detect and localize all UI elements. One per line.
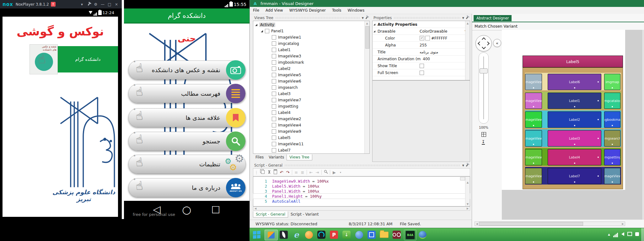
code-line[interactable]: 4 Panel1.Height = 100%y [253,194,470,199]
menu-item[interactable]: Add View [262,7,286,14]
run-icon[interactable]: ▶ [331,170,337,175]
menu-button-about[interactable]: ✶ ☝ درباره ی ما ABOUT US [128,178,246,197]
pin-icon[interactable] [85,2,92,7]
tree-item[interactable]: Label2 [253,66,369,72]
arrow-left-icon[interactable] [478,41,482,46]
chevron-down-icon[interactable]: ▼ [362,17,364,19]
label-bar[interactable]: Label2 [548,111,601,128]
checkbox[interactable] [272,48,276,52]
canvas-hscrollbar[interactable]: ◀ ▶ [475,222,625,226]
image-box[interactable]: imgbookmark [604,111,620,128]
pin-icon[interactable] [366,16,367,20]
chevron-down-icon[interactable]: ▾ [78,2,85,7]
tree-item[interactable]: Label1 [253,47,369,53]
image-box[interactable]: imgsetting [604,149,620,165]
redo-icon[interactable]: ↷ [285,170,291,175]
volume-icon[interactable] [621,231,624,237]
menu-item[interactable]: WYSIWYG Designer [286,7,329,14]
imageview-box[interactable]: ImageView [525,93,542,109]
tree-item[interactable]: ImageView2 [253,116,369,122]
pin-icon[interactable] [467,163,468,168]
more-icon[interactable]: ▾ [337,171,344,174]
taskbar-p-app-icon[interactable]: P [329,230,339,240]
action-center-icon[interactable] [627,231,632,237]
tree-item[interactable]: imgsearch [253,84,369,91]
checkbox[interactable] [272,123,276,127]
abstract-designer-row[interactable]: ImageView Label4 imgsetting [525,148,621,166]
update-badge[interactable]: ! [51,2,56,7]
arrow-down-icon[interactable] [482,45,486,49]
checkbox[interactable] [272,35,276,40]
checkbox[interactable] [272,73,276,77]
views-tree-scrollbar[interactable]: ▲ [364,21,369,153]
property-row-alpha[interactable]: Alpha 255 [373,42,470,49]
maximize-button[interactable]: □ [106,2,113,7]
image-box[interactable]: ImageView [604,168,620,184]
indent-icon[interactable]: ⇥ [314,170,320,175]
tree-item[interactable]: ImageView5 [253,72,369,78]
collapse-button[interactable]: « [493,39,501,47]
tab[interactable]: Files [253,154,266,160]
abstract-designer-row[interactable]: ImageView Label6 imgmap [525,73,621,90]
checkbox[interactable] [272,67,276,71]
image-box[interactable]: imgcatalog [604,93,620,109]
imageview-box[interactable]: ImageView [525,74,542,90]
code-line[interactable]: 5 AutoScaleAll [253,199,470,204]
checkbox[interactable] [272,85,276,90]
tab[interactable]: Views Tree [287,154,312,160]
property-row-showtitle[interactable]: Show Title [373,62,470,69]
tab[interactable]: Script - Variant [288,212,321,217]
menu-button-favorites[interactable]: ✶ ☝ علاقه مندی ها [128,108,246,127]
property-value[interactable]: 400 [423,57,430,61]
checkbox[interactable] [272,136,276,140]
taskbar-oo-app-icon[interactable] [391,230,402,240]
tree-item[interactable]: ImageView6 [253,78,369,84]
code-editor[interactable]: 1 ImageView9.Width = 100%x 2 Label5.Widt… [253,176,470,206]
menu-button-settings[interactable]: ✶ ☝ تنظیمات ⚙ ⚙ ⚙ [128,155,246,174]
outdent-icon[interactable]: ⇤ [308,170,314,175]
home-button[interactable]: ○ [182,203,191,216]
checkbox[interactable] [272,41,276,46]
tree-item[interactable]: ImageView4 [253,122,369,128]
label-bar[interactable]: Label4 [548,149,601,165]
arrow-right-icon[interactable] [486,41,490,46]
expander-icon[interactable] [255,24,257,26]
tab[interactable]: Variants [266,154,287,160]
expander-icon[interactable] [373,24,375,25]
tree-item[interactable]: ImageView3 [253,53,369,59]
editor-hscrollbar[interactable]: ◀ ▶ [253,206,470,211]
tree-item[interactable]: ImageView9 [253,128,369,135]
code-line[interactable]: 2 Label5.Width = 100%x [253,184,470,189]
abstract-designer-row[interactable]: ImageView Label1 imgcatalog [525,92,621,109]
tree-item[interactable]: imgsetting [253,103,369,110]
checked-checkbox[interactable]: ✓ [420,36,424,40]
code-line[interactable]: 1 ImageView9.Width = 100%x [253,179,470,184]
tab[interactable]: Script - General [253,212,288,217]
menu-item[interactable]: File [250,7,262,14]
comment-icon[interactable]: ≡ [293,170,299,175]
panel1-design[interactable]: Label5 ImageView Label6 [523,56,623,189]
tree-item[interactable]: Label3 [253,91,369,97]
tree-item[interactable]: Activity [253,22,369,28]
menu-button-search[interactable]: ✶ ☝ جستجو [128,132,246,151]
abstract-designer-row[interactable]: ImageView Label3 imgsearch [525,129,621,147]
panel1-body[interactable]: ImageView Label6 imgmap [523,67,623,189]
find-icon[interactable] [323,170,329,175]
editor-vscrollbar[interactable]: ▲ ▼ [465,177,470,206]
checkbox[interactable] [272,79,276,83]
chevron-down-icon[interactable]: ▼ [462,17,464,19]
idm-icon[interactable]: ↓ [341,230,352,240]
globe-app-icon[interactable] [417,230,428,240]
undo-icon[interactable]: ↶ [278,170,285,175]
canvas-vscroll-strip[interactable] [642,30,644,220]
checkbox[interactable] [272,129,276,134]
tree-item[interactable]: Label4 [253,110,369,116]
imageview-box[interactable]: ImageView [525,149,542,165]
label-bar[interactable]: Label1 [548,93,601,109]
property-value[interactable] [420,64,424,68]
menu-button-contents[interactable]: ✶ ☝ فهرست مطالب [128,84,246,103]
checkbox[interactable] [272,110,276,115]
property-row-title[interactable]: Title منوی برنامه [373,49,470,56]
cut-icon[interactable] [266,170,272,175]
properties-group-row[interactable]: Activity Properties [373,21,470,28]
